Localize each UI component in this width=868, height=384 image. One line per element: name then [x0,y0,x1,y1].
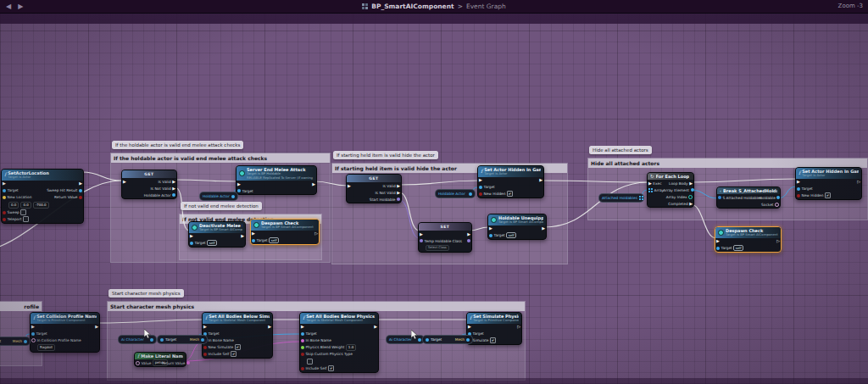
variable-pill-ai-character[interactable]: Ai Character [386,335,425,344]
in-collision-profile-name-pin[interactable] [31,338,36,342]
temp-holdable-class-pin[interactable] [420,239,423,242]
node-header[interactable]: Despawn CheckTarget is BP Smart AICompon… [715,227,781,238]
node-header[interactable]: Despawn CheckTarget is BP Smart AICompon… [251,220,319,231]
target-in-pin[interactable] [160,338,164,342]
node-setactorlocation[interactable]: fSetActorLocationTarget is Actor▶▶Target… [1,169,84,224]
exec-pin[interactable]: ▶ [237,182,241,186]
checkbox[interactable]: ✔ [507,191,513,197]
node-header[interactable]: fSet Simulate PhysicsTarget is Primitive… [467,313,521,324]
back-icon[interactable]: ◀ [6,0,11,13]
mesh-out-pin[interactable] [466,338,470,342]
holdable-pin[interactable] [776,196,780,199]
forward-icon[interactable]: ▶ [18,0,23,13]
node-set-actor-hidden-in-game[interactable]: fSet Actor Hidden In GameTarget is Actor… [477,165,544,198]
node-break-s-attachedholdables[interactable]: ‹Break S_AttachedHoldablesS Attached Hol… [716,186,781,209]
node-server-end-melee-attack[interactable]: Server End Melee AttackTarget is BP Hold… [236,165,317,195]
self-target-box[interactable]: self [506,232,516,238]
target-pin[interactable] [31,332,35,336]
exec-pin[interactable]: ▶ [716,239,720,243]
target-in-pin[interactable] [426,338,429,342]
array-index-pin[interactable] [688,195,693,199]
class-select-dropdown[interactable]: Select Class [426,245,449,252]
node-header[interactable]: fSet All Bodies Below Simulate PhysicsTa… [203,313,272,324]
exec-pin[interactable]: ▶ [31,325,35,329]
start-holdable-pin[interactable] [397,198,400,201]
mesh-out-pin[interactable] [201,338,204,342]
breadcrumb-blueprint-name[interactable]: BP_SmartAIComponent [371,3,453,10]
exec-pin[interactable]: ▶ [312,182,315,186]
exec-pin[interactable]: ▶ [252,231,255,236]
node-set-simulate-physics[interactable]: fSet Simulate PhysicsTarget is Primitive… [466,312,522,345]
variable-pill-attached-holdables[interactable]: Attached Holdables [598,193,644,203]
holdable-actor-pin[interactable] [172,193,175,197]
is-valid-pin[interactable]: ▶ [172,180,175,184]
target-pin[interactable] [252,239,255,242]
node-header[interactable]: SET [419,223,471,231]
new-hidden-pin[interactable] [479,192,482,196]
node-set-collision-profile-name[interactable]: fSet Collision Profile NameTarget is Pri… [30,312,100,353]
return-value-pin[interactable] [79,196,82,199]
completed-pin[interactable]: ▶ [689,202,693,206]
exec-pin[interactable]: ▶ [268,325,271,329]
node-header[interactable]: ‹Break S_AttachedHoldables [717,187,780,194]
exec-pin[interactable]: ▶ [241,234,244,238]
node-header[interactable]: fSet All Bodies Below Physics Blend Weig… [300,313,378,324]
exec-pin[interactable]: ▶ [190,234,193,238]
include-self-pin[interactable] [301,367,304,370]
exec-pin[interactable]: ▶ [542,226,545,231]
target-pin[interactable] [3,189,6,192]
node-for-each-loop[interactable]: ↻For Each Loop▶ExecLoop Body▶ArrayArray … [647,172,694,208]
node-header[interactable]: Deactivate Melee DetectTarget is BP Smar… [189,222,245,233]
new-location-pin[interactable] [3,196,6,199]
is-not-valid-pin[interactable]: ▶ [172,186,175,191]
exec-pin[interactable]: ▶ [489,226,492,231]
exec-pin[interactable] [467,239,470,242]
checkbox[interactable]: ✔ [490,337,496,343]
checkbox[interactable]: ✔ [231,351,236,357]
node-header[interactable]: GET [122,170,176,178]
physics-blend-weight-pin[interactable] [301,346,304,349]
checkbox[interactable] [23,216,29,222]
node-make-literal-name[interactable]: fMake Literal NameValuepelvisReturn Valu… [134,352,186,367]
vector-value-box[interactable]: 0.0 [20,202,31,209]
new-hidden-pin[interactable] [797,194,800,198]
variable-pill-mesh[interactable]: TargetMesh [157,335,208,344]
is-not-valid-pin[interactable]: ▶ [397,191,400,195]
node-deactivate-melee-detect[interactable]: Deactivate Melee DetectTarget is BP Smar… [188,221,246,248]
target-pin[interactable] [301,332,304,336]
node-holdable-unequipped[interactable]: Holdable UnequippedTarget is BP Smart AI… [487,214,547,240]
node-header[interactable]: fSet Actor Hidden In GameTarget is Actor [478,166,543,177]
skip-custom-physics-type-pin[interactable] [301,353,304,356]
node-header[interactable]: GET [347,175,401,182]
loop-body-pin[interactable]: ▶ [689,181,693,186]
value-box[interactable]: 1.0 [346,344,356,351]
holdable-actor-out-pin[interactable] [469,192,472,196]
target-pin[interactable] [479,186,482,189]
mesh-out-pin[interactable] [24,340,27,343]
exec-pin[interactable]: ▶ [420,232,423,237]
target-pin[interactable] [489,234,492,237]
checkbox[interactable]: ✔ [235,344,241,350]
exec-pin[interactable]: ▶ [374,325,377,329]
return-value-pin[interactable] [186,361,190,365]
exec-pin[interactable]: ▶ [539,178,542,182]
target-pin[interactable] [797,187,800,191]
node-despawn-check[interactable]: Despawn CheckTarget is BP Smart AICompon… [250,219,320,245]
checkbox[interactable] [307,359,313,365]
node-set[interactable]: SET▶▶Temp Holdable ClassSelect Class [418,222,472,253]
self-target-box[interactable]: self [269,237,279,243]
exec-pin[interactable]: ▷ [776,239,780,243]
self-target-box[interactable]: self [733,245,743,251]
node-header[interactable]: fSet Collision Profile NameTarget is Pri… [31,313,99,324]
node-header[interactable]: Server End Melee AttackTarget is BP Hold… [236,166,316,181]
array-pin[interactable] [648,188,650,190]
exec-pin[interactable]: ▶ [348,184,351,188]
exec-pin[interactable]: ▶ [95,325,98,329]
exec-pin[interactable]: ▶ [797,180,800,184]
exec-pin[interactable]: ▷ [314,231,318,236]
node-get[interactable]: GET▶Is Valid▶Is Not Valid▶Holdable Actor [121,170,177,199]
node-header[interactable]: ↻For Each Loop [648,173,693,180]
socket-pin[interactable] [775,203,779,207]
node-set-all-bodies-below-simulate-physics[interactable]: fSet All Bodies Below Simulate PhysicsTa… [202,312,273,359]
in-bone-name-pin[interactable] [301,339,304,342]
